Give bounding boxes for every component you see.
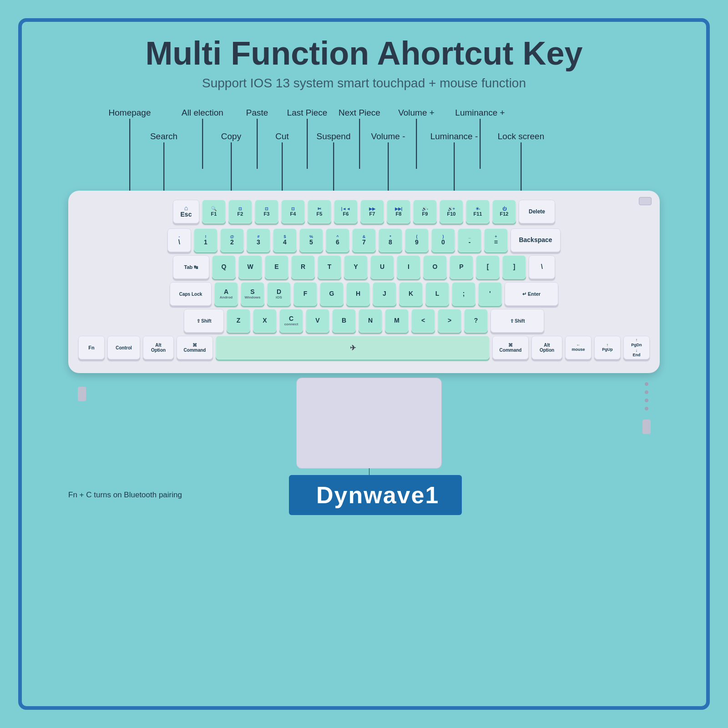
- key-x[interactable]: X: [253, 309, 277, 333]
- key-k[interactable]: K: [399, 282, 423, 306]
- line-volume-plus: [416, 119, 417, 169]
- key-b[interactable]: B: [332, 309, 356, 333]
- indicator-dot-2: [645, 390, 648, 394]
- key-t[interactable]: T: [318, 255, 341, 279]
- key-pgup[interactable]: ↑PgUp: [594, 336, 621, 359]
- key-s[interactable]: S Windows: [241, 282, 264, 306]
- key-g[interactable]: G: [320, 282, 344, 306]
- key-semicolon[interactable]: ;: [452, 282, 475, 306]
- key-slash[interactable]: ?: [464, 309, 488, 333]
- key-d[interactable]: D iOS: [267, 282, 291, 306]
- key-tab[interactable]: Tab ↹: [173, 255, 209, 279]
- key-9[interactable]: ( 9: [405, 228, 429, 252]
- key-f10[interactable]: 🔊+ F10: [440, 200, 463, 223]
- key-i[interactable]: I: [397, 255, 420, 279]
- key-f11[interactable]: ☀- F11: [466, 200, 490, 223]
- key-mouse[interactable]: ←mouse: [565, 336, 592, 359]
- key-q[interactable]: Q: [212, 255, 236, 279]
- key-v[interactable]: V: [306, 309, 329, 333]
- key-alt-left[interactable]: AltOption: [143, 336, 174, 359]
- key-8[interactable]: * 8: [379, 228, 402, 252]
- key-7[interactable]: & 7: [352, 228, 376, 252]
- key-f5[interactable]: ✄ F5: [308, 200, 331, 223]
- key-quote[interactable]: ': [478, 282, 502, 306]
- key-0[interactable]: ) 0: [431, 228, 455, 252]
- key-f[interactable]: F: [293, 282, 317, 306]
- key-h[interactable]: H: [346, 282, 370, 306]
- line-all-election: [202, 119, 203, 169]
- key-lbracket[interactable]: [: [476, 255, 500, 279]
- key-alt-right[interactable]: AltOption: [531, 336, 562, 359]
- label-copy: Copy: [221, 131, 241, 142]
- key-f7[interactable]: ▶▶ F7: [360, 200, 384, 223]
- key-fn[interactable]: Fn: [78, 336, 105, 359]
- key-backtick[interactable]: - \: [167, 228, 191, 252]
- key-5[interactable]: % 5: [299, 228, 323, 252]
- key-cmd-right[interactable]: ⌘Command: [492, 336, 529, 359]
- key-minus[interactable]: _ -: [458, 228, 481, 252]
- label-lock-screen: Lock screen: [498, 131, 544, 142]
- key-n[interactable]: N: [359, 309, 382, 333]
- key-f9[interactable]: 🔊- F9: [413, 200, 437, 223]
- key-space[interactable]: ✈: [216, 336, 490, 359]
- key-pgdn-end[interactable]: ↑PgDn ↓End: [623, 336, 650, 359]
- line-volume-minus: [388, 142, 389, 191]
- key-y[interactable]: Y: [344, 255, 368, 279]
- key-e[interactable]: E: [265, 255, 288, 279]
- key-f2[interactable]: ⊡ F2: [228, 200, 252, 223]
- key-j[interactable]: J: [373, 282, 396, 306]
- key-r[interactable]: R: [291, 255, 315, 279]
- touchpad-area: [96, 378, 642, 469]
- key-f4[interactable]: ⊡ F4: [281, 200, 305, 223]
- key-equals[interactable]: + =: [484, 228, 508, 252]
- key-shift-right[interactable]: ⇧ Shift: [490, 309, 544, 333]
- key-backslash[interactable]: \: [529, 255, 555, 279]
- key-o[interactable]: O: [423, 255, 447, 279]
- key-delete[interactable]: Delete: [519, 200, 555, 223]
- key-6[interactable]: ^ 6: [326, 228, 349, 252]
- key-f12[interactable]: ⏻ F12: [492, 200, 516, 223]
- side-button-right[interactable]: [642, 420, 651, 434]
- key-rows: ⌂ Esc 🔍 F1 ⊡ F2 ⊡ F3 ⊡ F4: [78, 200, 650, 359]
- key-c[interactable]: C connect: [279, 309, 303, 333]
- line-cut: [282, 142, 283, 191]
- side-button-left[interactable]: [78, 387, 86, 401]
- key-capslock[interactable]: Caps Lock: [170, 282, 212, 306]
- key-2[interactable]: @ 2: [220, 228, 244, 252]
- key-1[interactable]: ! 1: [194, 228, 217, 252]
- key-esc[interactable]: ⌂ Esc: [173, 200, 199, 223]
- key-cmd-left[interactable]: ⌘Command: [177, 336, 213, 359]
- key-f8[interactable]: ▶▶| F8: [387, 200, 410, 223]
- key-3[interactable]: # 3: [247, 228, 270, 252]
- key-f3[interactable]: ⊡ F3: [255, 200, 278, 223]
- key-backspace[interactable]: Backspace: [511, 228, 561, 252]
- key-f6[interactable]: |◄◄ F6: [334, 200, 358, 223]
- key-m[interactable]: M: [385, 309, 409, 333]
- label-luminance-minus: Luminance -: [430, 131, 478, 142]
- page-subtitle: Support IOS 13 system smart touchpad + m…: [202, 76, 526, 91]
- key-f1[interactable]: 🔍 F1: [202, 200, 226, 223]
- key-a[interactable]: A Androd: [214, 282, 238, 306]
- power-button[interactable]: [639, 197, 652, 205]
- label-homepage: Homepage: [109, 108, 151, 118]
- num-key-row: - \ ! 1 @ 2 # 3 $ 4: [78, 228, 650, 252]
- key-l[interactable]: L: [425, 282, 449, 306]
- key-rbracket[interactable]: ]: [502, 255, 526, 279]
- key-comma[interactable]: <: [411, 309, 435, 333]
- key-enter[interactable]: ↵ Enter: [505, 282, 558, 306]
- touchpad[interactable]: [296, 378, 442, 469]
- key-p[interactable]: P: [450, 255, 473, 279]
- key-u[interactable]: U: [370, 255, 394, 279]
- key-z[interactable]: Z: [227, 309, 250, 333]
- key-period[interactable]: >: [438, 309, 461, 333]
- bottom-row: Fn Control AltOption ⌘Command ✈ ⌘Command: [78, 336, 650, 359]
- line-luminance-plus: [480, 119, 480, 169]
- key-ctrl-left[interactable]: Control: [107, 336, 140, 359]
- zxcv-row: ⇧ Shift Z X C connect V B N M < > ? ⇧ Sh…: [78, 309, 650, 333]
- key-shift-left[interactable]: ⇧ Shift: [184, 309, 224, 333]
- keyboard: ⌂ Esc 🔍 F1 ⊡ F2 ⊡ F3 ⊡ F4: [68, 191, 660, 373]
- label-paste: Paste: [246, 108, 268, 118]
- key-4[interactable]: $ 4: [273, 228, 297, 252]
- indicator-dot-4: [645, 407, 648, 410]
- key-w[interactable]: W: [238, 255, 262, 279]
